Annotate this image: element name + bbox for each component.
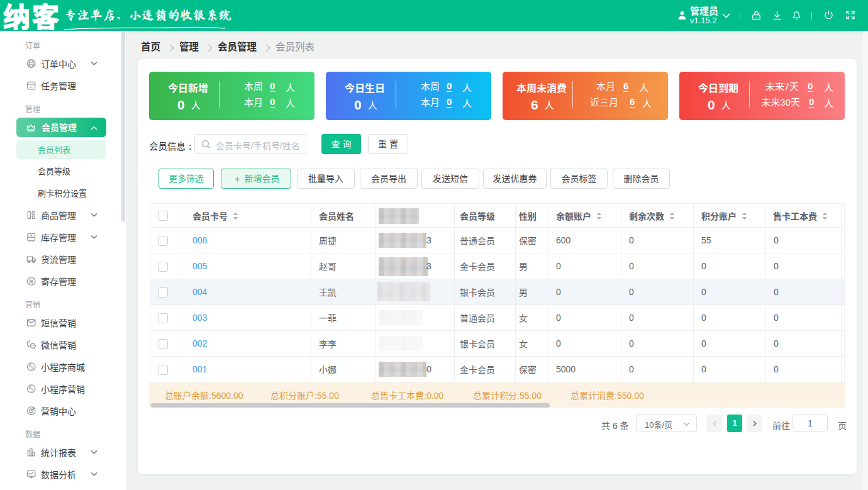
svg-text:寄: 寄 — [29, 277, 34, 284]
